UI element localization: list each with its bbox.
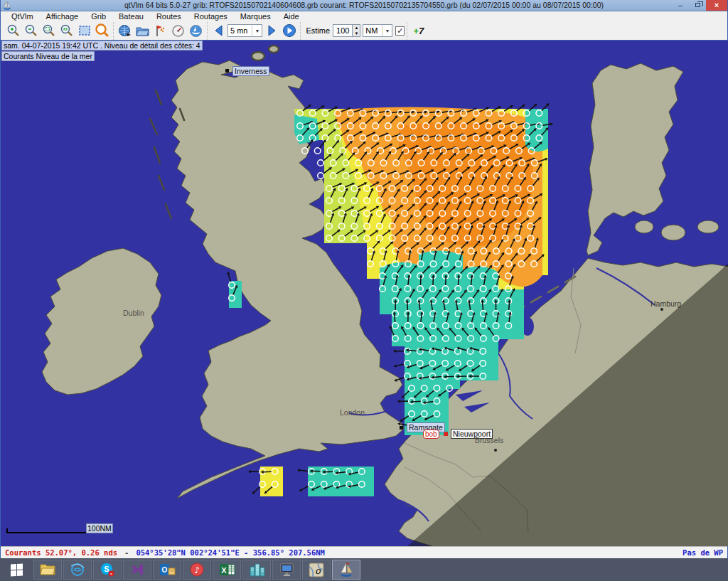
menu-item-routes[interactable]: Routes [150, 11, 188, 22]
estime-label: Estime [306, 26, 330, 35]
taskbar: S× O ♪ X o [0, 558, 728, 581]
instruments-button[interactable] [169, 23, 187, 38]
windows-logo-icon [11, 563, 23, 576]
folder-icon [39, 563, 56, 577]
start-button[interactable] [0, 558, 33, 581]
svg-text:S: S [104, 565, 109, 573]
svg-text:O: O [161, 566, 167, 574]
toolbar: 5 mn ▼ Estime 100 ▲▼ NM ▼ ✓ +7 [1, 22, 727, 41]
title-bar[interactable]: qtVlm 64 bits 5.0-27 grib: RTOFS20150702… [1, 0, 727, 11]
scale-bar: 100NM [6, 528, 87, 533]
open-grib-button[interactable] [134, 23, 151, 38]
map-label-boat-bob[interactable]: bob [423, 430, 439, 439]
taskbar-charts[interactable]: o [302, 560, 331, 580]
svg-text:o: o [315, 565, 321, 576]
play-circle-icon [282, 23, 296, 38]
map-label-dublin: Dublin [123, 309, 144, 317]
magnifier-plus-icon [6, 23, 21, 38]
brussels-marker[interactable] [494, 449, 497, 452]
arrow-left-icon [213, 24, 225, 37]
menu-item-marques[interactable]: Marques [234, 11, 277, 22]
taskbar-visual-studio[interactable] [123, 560, 151, 580]
waypoint-status: Pas de WP [682, 548, 723, 557]
zoom-group [2, 22, 113, 40]
scale-bar-label: 100NM [86, 523, 113, 533]
map-svg [1, 41, 728, 546]
ramsgate-marker[interactable] [400, 426, 403, 430]
open-folder-icon [135, 23, 150, 38]
zoom-selection-button[interactable] [40, 23, 58, 38]
taskbar-internet-explorer[interactable] [63, 560, 92, 580]
inverness-marker[interactable] [225, 69, 229, 73]
svg-text:♪: ♪ [194, 565, 200, 575]
island [635, 220, 653, 233]
menu-item-qtvlm[interactable]: QtVlm [5, 11, 40, 22]
arrow-right-icon [265, 24, 278, 37]
plus-icon: + [413, 26, 419, 36]
marks-button[interactable] [151, 23, 169, 38]
internet-explorer-icon [70, 562, 85, 577]
zoom-fit-button[interactable] [58, 23, 75, 38]
zoom-in-button[interactable] [4, 23, 22, 38]
cursor-position-readout: 054°35'28"N 002°24'51"E - 356.85° 207.56… [136, 548, 325, 557]
menu-item-affichage[interactable]: Affichage [40, 11, 85, 22]
map-label-inverness[interactable]: Inverness [232, 66, 269, 76]
file-group [113, 22, 207, 40]
taskbar-outlook[interactable]: O [153, 560, 181, 580]
flag-icon [153, 23, 168, 38]
zoom-out-button[interactable] [22, 23, 40, 38]
taskbar-remote-desktop[interactable] [272, 560, 301, 580]
map-canvas[interactable]: sam. 04-07-2015 19:42 UTC . Niveau de dé… [1, 41, 728, 546]
skype-icon: S× [100, 562, 115, 577]
magnifier-minus-icon [24, 23, 38, 38]
estime-unit-combobox[interactable]: NM ▼ [363, 24, 392, 37]
menu-item-grib[interactable]: Grib [85, 11, 112, 22]
map-info-overlay: sam. 04-07-2015 19:42 UTC . Niveau de dé… [1, 41, 203, 62]
estime-checkbox[interactable]: ✓ [395, 26, 405, 36]
hamburg-marker[interactable] [660, 308, 663, 311]
taskbar-itunes[interactable]: ♪ [183, 560, 211, 580]
chart-app-icon: o [309, 563, 324, 577]
select-area-button[interactable] [75, 23, 93, 38]
time-step-combobox[interactable]: 5 mn ▼ [228, 24, 262, 37]
close-button[interactable]: × [706, 0, 727, 11]
new-poi-button[interactable]: +7 [410, 23, 427, 38]
taskbar-skype[interactable]: S× [93, 560, 122, 580]
window-title: qtVlm 64 bits 5.0-27 grib: RTOFS20150702… [1, 1, 727, 9]
taskbar-qtvlm[interactable] [332, 560, 360, 580]
taskbar-servers[interactable] [242, 560, 271, 580]
menu-bar: QtVlmAffichageGribBateauRoutesRoutagesMa… [1, 11, 727, 22]
chevron-down-icon: ▼ [382, 25, 390, 36]
time-forward-button[interactable] [262, 23, 280, 38]
search-icon [95, 23, 110, 38]
spinner-arrows-icon[interactable]: ▲▼ [352, 25, 360, 36]
datetime-detail-label: sam. 04-07-2015 19:42 UTC . Niveau de dé… [1, 41, 203, 50]
estime-unit-value: NM [365, 26, 378, 35]
menu-item-routages[interactable]: Routages [188, 11, 234, 22]
itunes-icon: ♪ [189, 562, 205, 577]
taskbar-excel[interactable]: X [213, 560, 241, 580]
estime-spinbox[interactable]: 100 ▲▼ [333, 24, 360, 37]
search-button[interactable] [93, 23, 111, 38]
time-back-button[interactable] [210, 23, 228, 38]
minimize-button[interactable]: – [672, 0, 689, 11]
visual-studio-icon [129, 562, 145, 577]
scale-bar-line [6, 528, 87, 533]
island [697, 220, 719, 233]
taskbar-file-explorer[interactable] [33, 560, 62, 580]
magnifier-fit-icon [60, 23, 74, 38]
magnifier-selection-icon [42, 23, 56, 38]
status-bar: Courants 52.07°, 0.26 nds - 054°35'28"N … [1, 546, 727, 558]
poi-group: +7 [407, 22, 429, 40]
boat-globe-icon [188, 23, 203, 38]
time-play-button[interactable] [280, 23, 298, 38]
menu-item-aide[interactable]: Aide [277, 11, 306, 22]
gauge-icon [171, 23, 186, 38]
servers-icon [249, 563, 265, 577]
menu-item-bateau[interactable]: Bateau [112, 11, 150, 22]
excel-icon: X [219, 563, 235, 577]
restore-button[interactable] [689, 0, 706, 11]
boat-position-button[interactable] [187, 23, 205, 38]
restore-icon [695, 3, 700, 7]
grib-download-button[interactable] [116, 23, 134, 38]
